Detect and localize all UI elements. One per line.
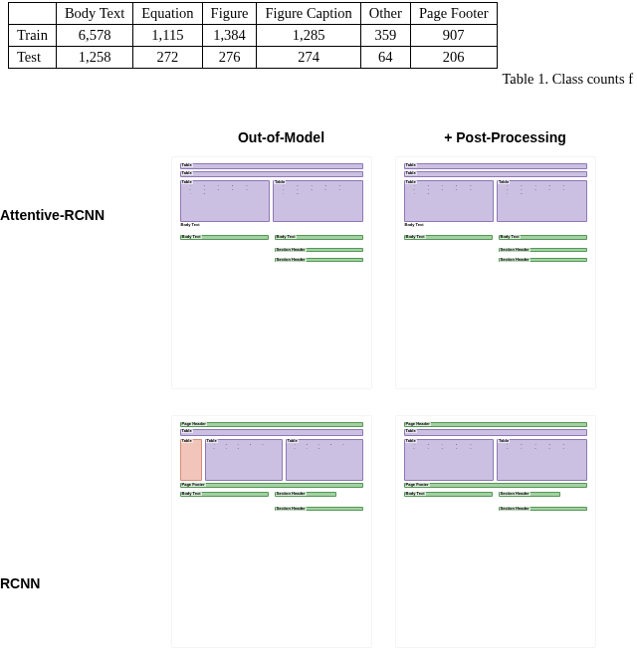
grid-row-rcnn: RCNN Page Header Table Table Table123456… [0, 416, 637, 647]
region-label: Section Header [500, 506, 531, 511]
region-label: Table [206, 438, 218, 443]
region-label: Section Header [500, 491, 531, 496]
region-label: Section Header [276, 247, 307, 252]
doc-preview-attentive-post: Table Table Table123456789012 Table12345… [396, 157, 595, 388]
cell: 272 [133, 47, 202, 69]
region-label: Body Text [405, 234, 426, 239]
region-label: Page Header [405, 421, 431, 426]
region-label: Section Header [276, 491, 307, 496]
region-label: Table [181, 438, 193, 443]
region-label: Table [181, 428, 193, 433]
cell: 274 [257, 47, 360, 69]
cell: 6,578 [56, 25, 132, 47]
header-equation: Equation [133, 3, 202, 25]
region-label: Body Text [180, 222, 201, 227]
header-other: Other [360, 3, 410, 25]
table-caption: Table 1. Class counts f [0, 71, 637, 88]
row-header-attentive-rcnn: Attentive-RCNN [0, 157, 159, 223]
region-label: Body Text [405, 491, 426, 496]
region-label: Page Footer [405, 482, 430, 487]
region-label: Body Text [276, 234, 297, 239]
region-label: Section Header [276, 257, 307, 262]
row-header-rcnn: RCNN [0, 416, 159, 591]
region-label: Body Text [404, 222, 425, 227]
region-label: Table [274, 179, 286, 184]
cell: 1,285 [257, 25, 360, 47]
grid-row-attentive-rcnn: Attentive-RCNN Table Table Table12345678… [0, 157, 637, 388]
region-label: Table [287, 438, 299, 443]
region-label: Table [405, 438, 417, 443]
cell: 64 [360, 47, 410, 69]
table-row: Train 6,578 1,115 1,384 1,285 359 907 [9, 25, 498, 47]
header-figure: Figure [202, 3, 257, 25]
region-label: Table [498, 438, 510, 443]
cell: 1,384 [202, 25, 257, 47]
header-page-footer: Page Footer [410, 3, 497, 25]
cell: 206 [410, 47, 497, 69]
region-label: Table [405, 170, 417, 175]
cell: 1,115 [133, 25, 202, 47]
doc-preview-rcnn-post: Page Header Table Table1234567890 Table1… [396, 416, 595, 647]
region-label: Table [405, 179, 417, 184]
doc-preview-rcnn-out: Page Header Table Table Table12345678 Ta… [172, 416, 371, 647]
cell: 907 [410, 25, 497, 47]
col-header-out-of-model: Out-of-Model [169, 129, 393, 145]
figure-grid: Out-of-Model + Post-Processing Attentive… [0, 129, 637, 672]
cell: 276 [202, 47, 257, 69]
cell: 1,258 [56, 47, 132, 69]
region-label: Body Text [181, 491, 202, 496]
header-body-text: Body Text [56, 3, 132, 25]
region-label: Body Text [181, 234, 202, 239]
region-label: Table [405, 428, 417, 433]
region-label: Table [181, 170, 193, 175]
region-label: Section Header [276, 506, 307, 511]
cell: 359 [360, 25, 410, 47]
class-counts-table: Body Text Equation Figure Figure Caption… [8, 2, 498, 69]
header-blank [9, 3, 57, 25]
region-label: Page Footer [181, 482, 206, 487]
region-label: Table [405, 162, 417, 167]
doc-preview-attentive-out: Table Table Table123456789012 Table12345… [172, 157, 371, 388]
region-label: Table [181, 162, 193, 167]
table-row: Test 1,258 272 276 274 64 206 [9, 47, 498, 69]
row-label-test: Test [9, 47, 57, 69]
col-header-post-processing: + Post-Processing [393, 129, 617, 145]
column-headers: Out-of-Model + Post-Processing [0, 129, 637, 145]
region-label: Table [181, 179, 193, 184]
region-label: Section Header [500, 247, 531, 252]
region-label: Table [498, 179, 510, 184]
region-label: Page Header [181, 421, 207, 426]
header-figure-caption: Figure Caption [257, 3, 360, 25]
row-label-train: Train [9, 25, 57, 47]
region-label: Section Header [500, 257, 531, 262]
region-label: Body Text [500, 234, 521, 239]
